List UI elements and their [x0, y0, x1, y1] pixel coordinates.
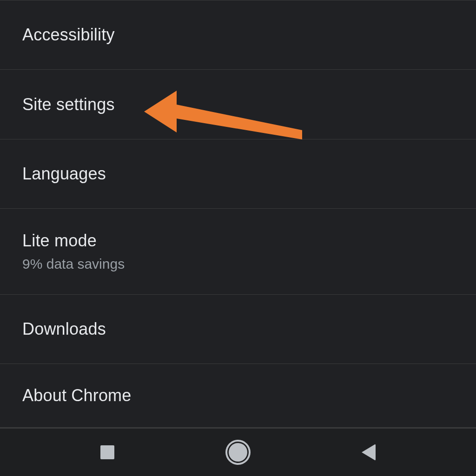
nav-back-button[interactable] — [345, 437, 392, 467]
square-icon — [100, 445, 114, 459]
list-item-label: Site settings — [22, 95, 454, 114]
list-item-lite-mode[interactable]: Lite mode 9% data savings — [0, 208, 476, 294]
list-item-about-chrome[interactable]: About Chrome — [0, 364, 476, 428]
nav-overview-button[interactable] — [84, 437, 131, 467]
settings-list: Accessibility Site settings Languages Li… — [0, 0, 476, 428]
list-item-label: Lite mode — [22, 231, 454, 251]
back-triangle-icon — [362, 444, 376, 461]
list-item-label: About Chrome — [22, 386, 454, 405]
circle-icon — [229, 443, 247, 462]
list-item-label: Accessibility — [22, 25, 454, 45]
android-nav-bar — [0, 428, 476, 476]
list-item-site-settings[interactable]: Site settings — [0, 69, 476, 139]
list-item-label: Languages — [22, 164, 454, 184]
list-item-accessibility[interactable]: Accessibility — [0, 0, 476, 69]
nav-home-button[interactable] — [215, 437, 261, 467]
list-item-downloads[interactable]: Downloads — [0, 294, 476, 364]
list-item-label: Downloads — [22, 319, 454, 339]
list-item-subtitle: 9% data savings — [22, 256, 454, 272]
list-item-languages[interactable]: Languages — [0, 139, 476, 208]
